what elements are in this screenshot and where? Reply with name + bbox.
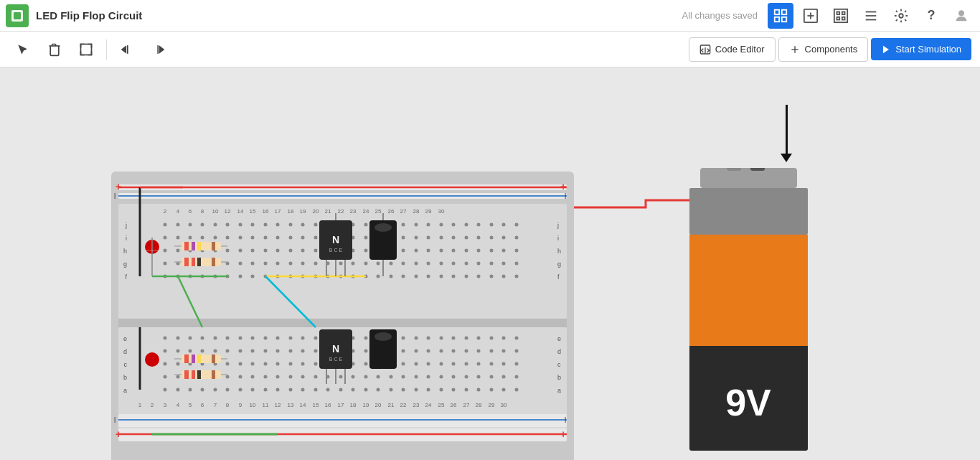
svg-text:9: 9 xyxy=(239,402,242,408)
svg-text:14: 14 xyxy=(237,208,244,215)
svg-text:25: 25 xyxy=(375,208,382,215)
delete-button[interactable] xyxy=(40,35,69,64)
svg-point-230 xyxy=(176,337,180,340)
svg-point-267 xyxy=(276,349,280,353)
svg-rect-11 xyxy=(842,11,845,14)
start-simulation-label: Start Simulation xyxy=(895,44,961,55)
svg-point-156 xyxy=(490,249,494,253)
svg-point-240 xyxy=(301,337,305,340)
svg-text:26: 26 xyxy=(388,208,395,215)
svg-text:+: + xyxy=(116,428,121,440)
resize-button[interactable] xyxy=(72,35,100,64)
svg-point-154 xyxy=(465,249,468,253)
svg-point-186 xyxy=(502,262,506,266)
svg-point-334 xyxy=(390,375,393,379)
rewind-button[interactable] xyxy=(113,35,141,64)
arrow-pointer xyxy=(785,105,788,162)
svg-rect-476 xyxy=(689,188,808,235)
svg-point-107 xyxy=(239,236,242,240)
svg-point-359 xyxy=(339,388,343,392)
svg-rect-1 xyxy=(14,12,21,19)
svg-point-264 xyxy=(239,349,242,353)
svg-point-333 xyxy=(377,375,380,379)
pcb-view-button[interactable] xyxy=(828,3,854,29)
arrow-line xyxy=(786,105,788,154)
help-button[interactable]: ? xyxy=(918,3,944,29)
main-canvas[interactable]: + + l l 246 81012 141516 171819 202122 2… xyxy=(0,67,980,460)
svg-text:17: 17 xyxy=(338,402,344,408)
svg-point-139 xyxy=(276,249,280,253)
svg-point-287 xyxy=(164,362,167,366)
svg-text:17: 17 xyxy=(275,208,281,215)
svg-point-167 xyxy=(264,262,268,266)
svg-point-342 xyxy=(490,375,494,379)
bom-button[interactable] xyxy=(858,3,884,29)
svg-point-122 xyxy=(427,236,430,240)
svg-text:28: 28 xyxy=(476,402,482,408)
svg-point-282 xyxy=(465,349,468,353)
svg-point-127 xyxy=(490,236,494,240)
svg-point-260 xyxy=(189,349,192,353)
svg-marker-20 xyxy=(121,45,127,54)
svg-text:6: 6 xyxy=(189,208,192,215)
code-editor-button[interactable]: Code Editor xyxy=(689,37,776,62)
svg-text:22: 22 xyxy=(400,402,407,408)
svg-point-339 xyxy=(452,375,456,379)
svg-rect-23 xyxy=(157,45,159,54)
svg-point-185 xyxy=(490,262,494,266)
svg-text:B C E: B C E xyxy=(329,357,343,362)
svg-point-294 xyxy=(251,362,255,366)
svg-point-367 xyxy=(440,388,443,392)
svg-point-254 xyxy=(477,337,481,340)
svg-point-206 xyxy=(390,275,393,278)
svg-text:h: h xyxy=(123,248,127,255)
svg-text:15: 15 xyxy=(250,208,256,215)
svg-text:25: 25 xyxy=(438,402,445,408)
select-button[interactable] xyxy=(9,35,37,64)
code-editor-label: Code Editor xyxy=(715,44,765,55)
svg-point-99 xyxy=(502,223,506,227)
svg-point-131 xyxy=(176,249,180,253)
svg-point-152 xyxy=(440,249,443,253)
svg-point-241 xyxy=(314,337,318,340)
schematic-view-button[interactable] xyxy=(798,3,824,29)
svg-point-96 xyxy=(465,223,468,227)
svg-point-187 xyxy=(515,262,519,266)
svg-point-105 xyxy=(214,236,217,240)
svg-point-249 xyxy=(415,337,418,340)
svg-point-104 xyxy=(201,236,204,240)
circuit-view-button[interactable] xyxy=(768,3,793,29)
svg-point-262 xyxy=(214,349,217,353)
svg-point-325 xyxy=(276,375,280,379)
svg-point-323 xyxy=(251,375,255,379)
start-simulation-button[interactable]: Start Simulation xyxy=(871,38,971,60)
svg-rect-474 xyxy=(727,168,741,171)
profile-button[interactable] xyxy=(948,3,974,29)
forward-button[interactable] xyxy=(144,35,173,64)
svg-rect-458 xyxy=(184,355,189,363)
settings-button[interactable] xyxy=(888,3,914,29)
svg-point-81 xyxy=(276,223,280,227)
components-button[interactable]: Components xyxy=(778,37,869,62)
svg-point-251 xyxy=(440,337,443,340)
svg-rect-444 xyxy=(184,242,189,250)
svg-point-371 xyxy=(490,388,494,392)
svg-point-155 xyxy=(477,249,481,253)
svg-point-285 xyxy=(502,349,506,353)
svg-point-128 xyxy=(502,236,506,240)
svg-text:i: i xyxy=(557,235,559,242)
svg-point-238 xyxy=(276,337,280,340)
svg-text:4: 4 xyxy=(176,402,180,408)
svg-text:g: g xyxy=(123,260,127,268)
svg-text:24: 24 xyxy=(363,208,369,215)
svg-point-355 xyxy=(289,388,293,392)
svg-point-231 xyxy=(189,337,192,340)
svg-point-111 xyxy=(289,236,293,240)
svg-point-88 xyxy=(364,223,368,227)
svg-rect-473 xyxy=(700,168,797,188)
svg-point-299 xyxy=(314,362,318,366)
svg-text:10: 10 xyxy=(250,402,256,408)
svg-rect-5 xyxy=(782,17,786,21)
svg-point-82 xyxy=(289,223,293,227)
svg-text:j: j xyxy=(557,222,559,229)
